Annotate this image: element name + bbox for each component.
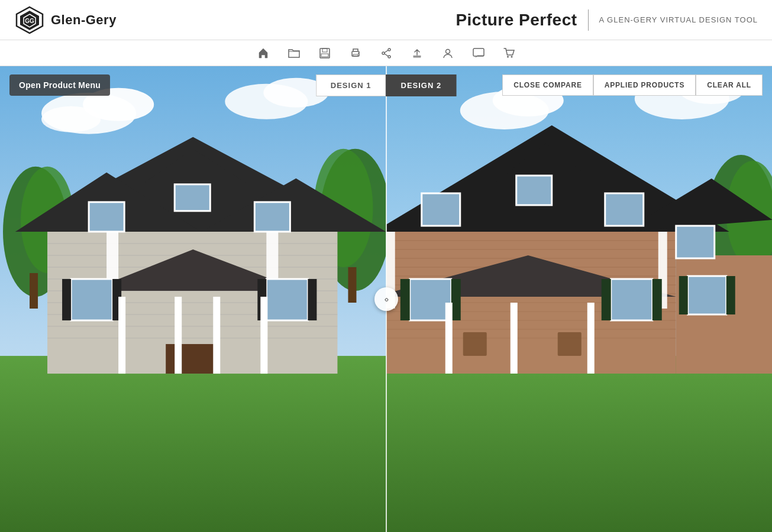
- upload-icon[interactable]: [408, 44, 427, 63]
- close-compare-button[interactable]: CLOSE COMPARE: [502, 74, 593, 96]
- account-icon[interactable]: [438, 44, 457, 63]
- open-product-menu-button[interactable]: Open Product Menu: [9, 74, 110, 96]
- svg-rect-51: [254, 202, 290, 232]
- svg-text:GG: GG: [25, 18, 34, 24]
- home-icon[interactable]: [254, 44, 273, 63]
- svg-rect-5: [322, 48, 327, 52]
- house-left: [0, 66, 386, 532]
- top-bar: Open Product Menu DESIGN 1 DESIGN 2 CLOS…: [0, 66, 772, 104]
- comment-icon[interactable]: [469, 44, 488, 63]
- svg-rect-102: [652, 279, 661, 320]
- toolbar: [0, 40, 772, 66]
- svg-point-17: [507, 56, 509, 57]
- svg-rect-100: [451, 279, 460, 320]
- svg-point-11: [388, 56, 390, 58]
- svg-rect-101: [601, 279, 611, 320]
- design-tabs: DESIGN 1 DESIGN 2: [316, 74, 456, 96]
- title-area: Picture Perfect A GLEN-GERY VIRTUAL DESI…: [456, 9, 758, 31]
- house-right: [386, 66, 773, 532]
- svg-rect-92: [676, 226, 714, 258]
- svg-rect-52: [71, 279, 112, 320]
- svg-rect-57: [308, 279, 316, 320]
- svg-rect-106: [587, 303, 594, 374]
- applied-products-button[interactable]: APPLIED PRODUCTS: [593, 74, 696, 96]
- cart-icon[interactable]: [500, 44, 519, 63]
- svg-point-18: [511, 56, 512, 57]
- svg-rect-31: [0, 356, 386, 532]
- title-divider: [588, 9, 589, 31]
- clear-all-button[interactable]: CLEAR ALL: [696, 74, 763, 96]
- svg-rect-6: [321, 54, 328, 57]
- app-subtitle: A GLEN-GERY VIRTUAL DESIGN TOOL: [599, 15, 758, 24]
- header: GG Glen-Gery Picture Perfect A GLEN-GERY…: [0, 0, 772, 40]
- svg-rect-99: [400, 279, 409, 320]
- design2-tab[interactable]: DESIGN 2: [386, 74, 457, 96]
- svg-rect-97: [611, 279, 652, 320]
- svg-rect-62: [213, 297, 220, 374]
- logo-icon: GG: [14, 5, 45, 35]
- svg-rect-30: [348, 267, 356, 303]
- logo-area: GG Glen-Gery: [14, 5, 117, 35]
- svg-rect-70: [386, 356, 773, 532]
- svg-rect-105: [445, 303, 452, 374]
- svg-rect-53: [266, 279, 308, 320]
- svg-rect-94: [516, 176, 551, 205]
- svg-rect-54: [62, 279, 71, 320]
- svg-rect-109: [557, 332, 581, 356]
- svg-rect-103: [679, 276, 687, 314]
- save-icon[interactable]: [315, 44, 334, 63]
- svg-rect-49: [89, 202, 124, 232]
- action-buttons: CLOSE COMPARE APPLIED PRODUCTS CLEAR ALL: [502, 74, 763, 96]
- svg-rect-107: [510, 303, 517, 374]
- main-area: ‹› Open Product Menu DESIGN 1 DESIGN 2 C…: [0, 66, 772, 532]
- svg-rect-60: [260, 297, 267, 374]
- svg-rect-16: [473, 48, 484, 56]
- divider-handle[interactable]: ‹›: [374, 287, 398, 311]
- divider-arrows: ‹›: [385, 294, 387, 304]
- svg-point-22: [41, 106, 101, 132]
- svg-rect-93: [421, 193, 460, 226]
- svg-rect-58: [166, 344, 219, 374]
- design1-tab[interactable]: DESIGN 1: [316, 74, 386, 96]
- svg-rect-108: [463, 332, 486, 356]
- svg-rect-8: [353, 54, 358, 56]
- folder-icon[interactable]: [285, 44, 303, 63]
- svg-point-10: [388, 48, 390, 51]
- svg-point-15: [445, 49, 450, 53]
- svg-rect-104: [726, 276, 735, 314]
- svg-point-9: [358, 53, 359, 54]
- svg-rect-50: [175, 184, 210, 211]
- svg-rect-27: [30, 273, 38, 309]
- svg-point-12: [382, 52, 385, 54]
- svg-line-13: [385, 50, 388, 53]
- svg-rect-96: [409, 279, 451, 320]
- svg-rect-98: [687, 276, 726, 314]
- logo-text: Glen-Gery: [51, 12, 117, 28]
- share-icon[interactable]: [377, 44, 396, 63]
- print-icon[interactable]: [346, 44, 365, 63]
- svg-line-14: [385, 54, 388, 56]
- svg-rect-59: [118, 297, 125, 374]
- svg-rect-95: [605, 193, 643, 226]
- svg-rect-61: [175, 297, 182, 374]
- app-title: Picture Perfect: [456, 11, 577, 30]
